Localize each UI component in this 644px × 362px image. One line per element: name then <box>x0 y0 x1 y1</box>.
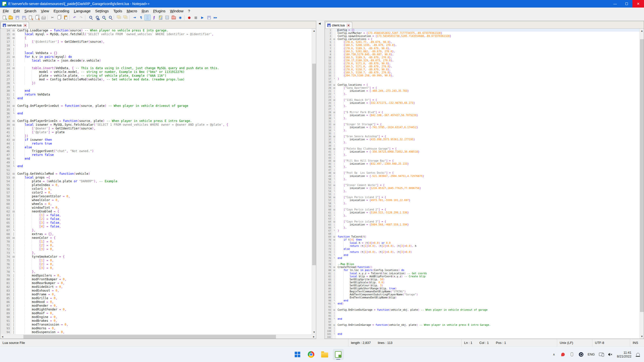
indent-guide-icon[interactable] <box>144 15 151 20</box>
document-map-icon[interactable] <box>157 15 164 20</box>
copy-icon[interactable] <box>56 15 62 20</box>
close-icon[interactable]: x <box>27 15 33 20</box>
replace-icon[interactable]: ab <box>94 15 100 20</box>
new-file-icon[interactable]: + <box>1 15 7 20</box>
fold-marker[interactable]: ⊟ <box>11 32 16 36</box>
left-vscroll-thumb[interactable] <box>312 64 316 265</box>
scroll-down-arrow[interactable]: ▼ <box>312 330 316 334</box>
fold-marker[interactable]: ⊟ <box>11 172 16 176</box>
menu-view[interactable]: View <box>39 8 51 14</box>
menu-encoding[interactable]: Encoding <box>51 8 72 14</box>
save-icon[interactable] <box>14 15 20 20</box>
run-macro-multiple-icon[interactable]: ▶▶ <box>212 15 219 20</box>
function-list-icon[interactable]: ƒ <box>151 15 157 20</box>
save-macro-icon[interactable] <box>206 15 212 20</box>
left-horizontal-scrollbar[interactable]: ◀ ▶ <box>0 334 316 339</box>
start-button[interactable] <box>292 349 303 360</box>
zoom-out-icon[interactable]: − <box>107 15 113 20</box>
fold-marker[interactable]: ⊟ <box>11 29 16 32</box>
scroll-right-arrow[interactable]: ▶ <box>312 335 316 339</box>
fold-marker[interactable]: ⊟ <box>332 266 336 269</box>
tab-close-icon[interactable]: ✕ <box>23 24 27 27</box>
redo-icon[interactable]: ↷ <box>78 15 84 20</box>
status-insert-mode[interactable]: INS <box>630 339 644 346</box>
fold-marker[interactable]: ⊟ <box>11 66 16 70</box>
network-display-icon[interactable] <box>599 352 604 357</box>
fold-marker[interactable]: ⊟ <box>11 55 16 59</box>
splitter-collapse-icon[interactable]: ◀ <box>318 22 320 25</box>
fold-marker[interactable]: ⊟ <box>332 123 336 126</box>
menu-run[interactable]: Run <box>139 8 151 14</box>
document-monitor-icon[interactable]: ◉ <box>177 15 183 20</box>
scroll-up-arrow[interactable]: ▲ <box>312 29 316 33</box>
menu-file[interactable]: File <box>1 8 11 14</box>
fold-marker[interactable]: ⊟ <box>11 176 16 179</box>
paste-icon[interactable] <box>62 15 69 20</box>
zoom-in-icon[interactable]: + <box>100 15 106 20</box>
save-all-icon[interactable]: 2 <box>21 15 27 20</box>
fold-marker[interactable]: ⊟ <box>11 119 16 123</box>
tray-app-red-icon[interactable] <box>560 352 566 357</box>
fold-marker[interactable]: ⊟ <box>332 135 336 138</box>
fold-marker[interactable]: ⊟ <box>11 36 16 40</box>
tab-server-lua[interactable]: server.lua ✕ <box>1 22 29 28</box>
word-wrap-icon[interactable]: ⇥ <box>131 15 138 20</box>
fold-marker[interactable]: ⊟ <box>11 104 16 108</box>
fold-marker[interactable]: ⊟ <box>332 308 336 311</box>
status-eol-format[interactable]: Unix (LF) <box>557 339 592 346</box>
fold-marker[interactable]: ⊟ <box>332 111 336 114</box>
sync-vertical-icon[interactable] <box>116 15 122 20</box>
fold-marker[interactable]: ⊟ <box>11 236 16 240</box>
scroll-down-arrow[interactable]: ▼ <box>640 334 644 339</box>
sync-horizontal-icon[interactable] <box>122 15 129 20</box>
tab-close-icon[interactable]: ✕ <box>347 24 350 27</box>
status-encoding[interactable]: UTF-8 <box>592 339 630 346</box>
taskbar-clock[interactable]: 11:41 8/21/2022 <box>617 351 631 358</box>
left-hscroll-thumb[interactable] <box>23 335 276 339</box>
left-vertical-scrollbar[interactable]: ▲ ▼ <box>312 29 316 334</box>
right-code-editor[interactable]: 1Config = {}2Config.outMarker = {173.458… <box>325 29 639 339</box>
scroll-left-arrow[interactable]: ◀ <box>0 335 5 339</box>
fold-marker[interactable]: ⊟ <box>332 147 336 150</box>
menu-plugins[interactable]: Plugins <box>151 8 168 14</box>
open-file-icon[interactable] <box>8 15 14 20</box>
fold-marker[interactable]: ⊟ <box>332 38 336 41</box>
close-button[interactable]: ✕ <box>632 0 644 8</box>
menu-help[interactable]: ? <box>186 8 192 14</box>
minimize-button[interactable]: — <box>609 0 621 8</box>
fold-marker[interactable]: ⊟ <box>11 210 16 213</box>
right-vscroll-thumb[interactable] <box>640 39 644 312</box>
fold-marker[interactable]: ⊟ <box>11 255 16 259</box>
menu-macro[interactable]: Macro <box>124 8 139 14</box>
show-all-characters-icon[interactable]: ¶ <box>138 15 144 20</box>
notification-bell-icon[interactable] <box>635 352 640 357</box>
tray-usb-icon[interactable] <box>570 352 575 357</box>
fold-marker[interactable]: ⊟ <box>332 99 336 102</box>
fold-marker[interactable]: ⊟ <box>332 196 336 199</box>
maximize-button[interactable] <box>621 0 632 8</box>
print-icon[interactable] <box>40 15 47 20</box>
cut-icon[interactable]: ✂ <box>49 15 56 20</box>
record-macro-icon[interactable]: ● <box>186 15 192 20</box>
fold-marker[interactable]: ⊟ <box>332 171 336 174</box>
close-all-icon[interactable]: x <box>34 15 40 20</box>
find-icon[interactable] <box>87 15 93 20</box>
menu-settings[interactable]: Settings <box>93 8 111 14</box>
document-list-icon[interactable] <box>164 15 170 20</box>
fold-marker[interactable]: ⊟ <box>332 269 336 272</box>
fold-marker[interactable]: ⊟ <box>332 86 336 89</box>
scroll-up-arrow[interactable]: ▲ <box>640 29 644 33</box>
fold-marker[interactable]: ⊟ <box>332 324 336 327</box>
fold-marker[interactable]: ⊟ <box>332 83 336 86</box>
tray-language[interactable]: ENG <box>588 352 595 356</box>
fold-marker[interactable]: ⊟ <box>332 238 336 241</box>
undo-icon[interactable]: ↶ <box>71 15 78 20</box>
pane-splitter[interactable]: ◀ <box>316 21 325 339</box>
left-code-editor[interactable]: 14⊟Config.LoadGarage = function(source) … <box>0 29 312 334</box>
taskbar-chrome[interactable] <box>306 349 317 360</box>
menu-search[interactable]: Search <box>22 8 39 14</box>
folder-as-workspace-icon[interactable] <box>171 15 177 20</box>
speaker-muted-icon[interactable] <box>608 352 613 357</box>
fold-marker[interactable]: ⊟ <box>332 184 336 187</box>
tray-overflow-chevron-icon[interactable]: ∧ <box>551 352 556 357</box>
